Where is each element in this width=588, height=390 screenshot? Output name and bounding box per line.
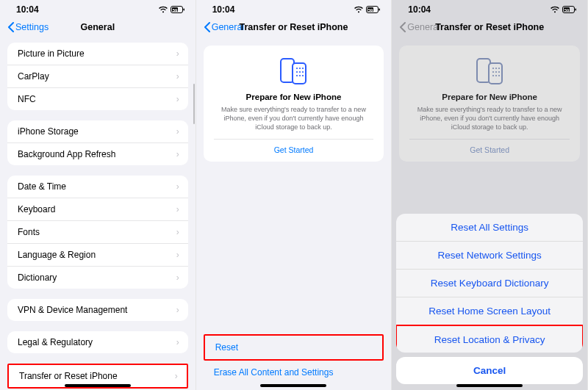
chevron-right-icon: › xyxy=(176,305,179,315)
reset-button[interactable]: Reset xyxy=(205,336,383,359)
status-time: 10:04 xyxy=(212,4,235,15)
scrollbar[interactable] xyxy=(193,84,195,124)
svg-point-25 xyxy=(492,68,494,69)
row-dictionary[interactable]: Dictionary› xyxy=(7,267,188,289)
svg-point-14 xyxy=(299,71,301,73)
chevron-right-icon: › xyxy=(176,272,179,283)
home-indicator[interactable] xyxy=(65,384,131,387)
devices-icon xyxy=(214,57,374,85)
svg-point-30 xyxy=(498,71,500,73)
svg-text:59: 59 xyxy=(172,7,177,12)
nav-back-button: General xyxy=(399,22,440,32)
settings-group: VPN & Device Management› xyxy=(7,299,188,321)
chevron-right-icon: › xyxy=(176,181,179,192)
svg-point-13 xyxy=(296,71,298,73)
row-label: iPhone Storage xyxy=(18,126,79,137)
settings-group: Date & Time› Keyboard› Fonts› Language &… xyxy=(7,176,188,289)
row-language-region[interactable]: Language & Region› xyxy=(7,244,188,267)
row-nfc[interactable]: NFC› xyxy=(7,88,188,110)
nav-back-label: Settings xyxy=(15,22,49,32)
row-label: Fonts xyxy=(18,227,40,237)
sheet-reset-location-privacy[interactable]: Reset Location & Privacy xyxy=(396,325,583,353)
svg-text:59: 59 xyxy=(564,7,570,12)
home-indicator[interactable] xyxy=(260,384,326,387)
svg-point-29 xyxy=(495,71,497,73)
bottom-actions: Reset Erase All Content and Settings xyxy=(196,334,392,390)
prepare-desc: Make sure everything's ready to transfer… xyxy=(214,105,374,131)
transfer-reset-content: Prepare for New iPhone Make sure everyth… xyxy=(196,38,392,390)
wifi-icon xyxy=(354,6,364,13)
status-time: 10:04 xyxy=(16,4,39,15)
row-picture-in-picture[interactable]: Picture in Picture› xyxy=(7,43,188,65)
row-label: Language & Region xyxy=(18,250,96,260)
nav-bar: Settings General xyxy=(0,18,196,38)
nav-bar: General Transfer or Reset iPhone xyxy=(196,18,392,38)
row-iphone-storage[interactable]: iPhone Storage› xyxy=(7,120,188,143)
prepare-desc: Make sure everything's ready to transfer… xyxy=(409,105,570,131)
status-indicators: 59 xyxy=(354,6,381,14)
svg-point-31 xyxy=(492,75,494,76)
svg-rect-2 xyxy=(183,8,184,10)
nav-back-button[interactable]: General xyxy=(204,22,244,32)
svg-point-32 xyxy=(495,75,497,76)
settings-list[interactable]: Picture in Picture› CarPlay› NFC› iPhone… xyxy=(0,38,196,390)
svg-point-33 xyxy=(498,75,500,76)
settings-group: iPhone Storage› Background App Refresh› xyxy=(7,120,188,165)
sheet-reset-keyboard-dictionary[interactable]: Reset Keyboard Dictionary xyxy=(396,270,583,297)
wifi-icon xyxy=(550,6,560,13)
row-carplay[interactable]: CarPlay› xyxy=(7,65,188,88)
row-label: NFC xyxy=(18,94,36,104)
prepare-card: Prepare for New iPhone Make sure everyth… xyxy=(204,46,384,162)
erase-button[interactable]: Erase All Content and Settings xyxy=(204,361,384,384)
sheet-cancel-button[interactable]: Cancel xyxy=(396,357,583,384)
settings-group: Picture in Picture› CarPlay› NFC› xyxy=(7,43,188,110)
screen-reset-sheet: 10:04 59 General Transfer or Reset iPhon… xyxy=(392,0,588,390)
row-vpn-device-management[interactable]: VPN & Device Management› xyxy=(7,299,188,321)
row-date-time[interactable]: Date & Time› xyxy=(7,176,188,198)
row-fonts[interactable]: Fonts› xyxy=(7,221,188,244)
chevron-right-icon: › xyxy=(176,48,179,59)
chevron-left-icon xyxy=(7,22,14,32)
chevron-right-icon: › xyxy=(176,94,179,104)
svg-point-27 xyxy=(498,68,500,69)
nav-back-label: General xyxy=(407,22,440,32)
get-started-button[interactable]: Get Started xyxy=(214,139,374,154)
svg-rect-9 xyxy=(293,63,306,84)
row-keyboard[interactable]: Keyboard› xyxy=(7,198,188,221)
svg-point-11 xyxy=(299,68,301,69)
settings-group: Legal & Regulatory› xyxy=(7,331,188,353)
row-background-app-refresh[interactable]: Background App Refresh› xyxy=(7,143,188,165)
svg-point-17 xyxy=(299,75,301,76)
svg-point-10 xyxy=(296,68,298,69)
chevron-right-icon: › xyxy=(176,337,179,347)
prepare-card: Prepare for New iPhone Make sure everyth… xyxy=(399,46,580,162)
get-started-button: Get Started xyxy=(409,139,570,154)
battery-icon: 59 xyxy=(171,6,185,14)
row-label: Legal & Regulatory xyxy=(18,337,93,347)
row-label: Transfer or Reset iPhone xyxy=(19,371,118,381)
row-label: Keyboard xyxy=(18,204,55,214)
status-bar: 10:04 59 xyxy=(0,0,196,18)
sheet-reset-home-screen-layout[interactable]: Reset Home Screen Layout xyxy=(396,297,583,325)
status-bar: 10:04 59 xyxy=(392,0,587,18)
sheet-reset-all-settings[interactable]: Reset All Settings xyxy=(396,214,583,242)
row-legal-regulatory[interactable]: Legal & Regulatory› xyxy=(7,331,188,353)
svg-point-15 xyxy=(302,71,304,73)
prepare-title: Prepare for New iPhone xyxy=(214,93,374,101)
sheet-reset-network-settings[interactable]: Reset Network Settings xyxy=(396,242,583,270)
row-label: Background App Refresh xyxy=(18,149,115,159)
svg-point-12 xyxy=(302,68,304,69)
chevron-right-icon: › xyxy=(176,204,179,214)
sheet-options: Reset All Settings Reset Network Setting… xyxy=(396,214,583,353)
screen-transfer-reset: 10:04 59 General Transfer or Reset iPhon… xyxy=(196,0,392,390)
svg-point-16 xyxy=(296,75,298,76)
chevron-right-icon: › xyxy=(176,227,179,237)
nav-back-button[interactable]: Settings xyxy=(7,22,49,32)
home-indicator[interactable] xyxy=(456,384,523,387)
battery-icon: 59 xyxy=(366,6,381,14)
chevron-right-icon: › xyxy=(176,250,179,260)
status-time: 10:04 xyxy=(408,4,431,15)
status-indicators: 59 xyxy=(158,6,185,14)
prepare-title: Prepare for New iPhone xyxy=(409,93,570,101)
status-bar: 10:04 59 xyxy=(196,0,392,18)
